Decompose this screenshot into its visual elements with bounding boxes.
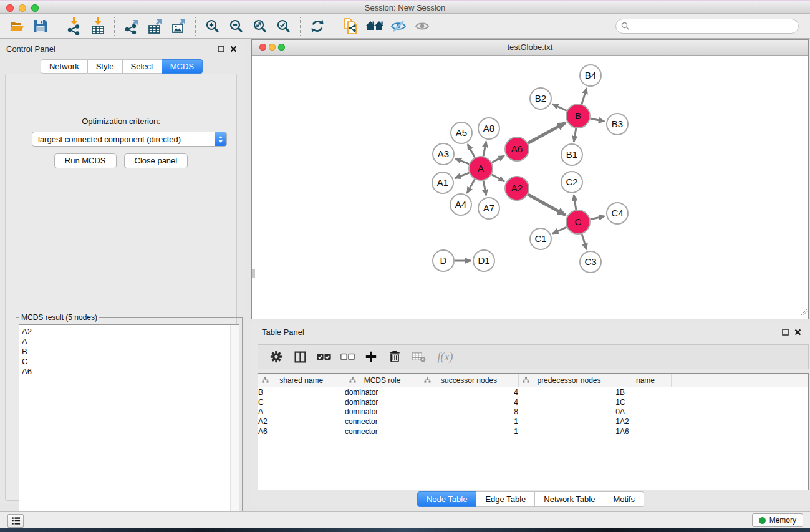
table-cell[interactable]: dominator xyxy=(345,407,420,417)
graph-node[interactable]: A4 xyxy=(450,194,471,215)
export-image-button[interactable] xyxy=(167,16,191,37)
unselect-all-columns-button[interactable] xyxy=(337,347,358,367)
graph-node[interactable]: A8 xyxy=(478,118,499,139)
graph-node[interactable]: A3 xyxy=(433,143,454,165)
table-cell[interactable]: C xyxy=(620,397,671,407)
run-mcds-button[interactable]: Run MCDS xyxy=(54,153,117,168)
show-column-panel-button[interactable] xyxy=(289,347,311,367)
graph-edge[interactable] xyxy=(591,118,605,122)
table-cell[interactable]: A xyxy=(620,407,671,417)
tab-edge-table[interactable]: Edge Table xyxy=(476,491,535,507)
graph-edge[interactable] xyxy=(574,195,576,210)
graph-edge[interactable] xyxy=(455,173,470,178)
graph-node[interactable]: B3 xyxy=(607,114,628,135)
export-network-button[interactable] xyxy=(120,16,143,37)
table-cell[interactable]: 4 xyxy=(420,387,518,397)
network-from-file-button[interactable] xyxy=(339,16,363,37)
tab-network[interactable]: Network xyxy=(41,59,88,74)
mcds-result-item[interactable]: A6 xyxy=(19,367,230,377)
table-row[interactable]: A6connector11A6 xyxy=(258,427,808,437)
graph-node[interactable]: C2 xyxy=(561,172,582,193)
graph-node[interactable]: C xyxy=(566,210,590,234)
import-table-button[interactable] xyxy=(86,16,110,37)
table-cell[interactable]: A6 xyxy=(620,427,671,437)
table-cell[interactable]: 1 xyxy=(518,387,620,397)
graph-node[interactable]: B1 xyxy=(561,144,582,165)
show-details-button[interactable] xyxy=(410,16,434,37)
table-cell[interactable]: 4 xyxy=(420,397,518,407)
import-network-button[interactable] xyxy=(62,16,86,37)
close-panel-button[interactable]: Close panel xyxy=(124,153,188,168)
delete-table-button[interactable] xyxy=(408,347,429,367)
graph-edge[interactable] xyxy=(528,123,566,143)
close-panel-icon[interactable] xyxy=(230,46,237,52)
column-header-name[interactable]: name xyxy=(620,374,671,387)
network-canvas[interactable]: B4B2BB3A8A5A6A3B1AA1C2A2A4A7C4CC1C3DD1 xyxy=(252,56,808,319)
graph-node[interactable]: D1 xyxy=(473,250,494,271)
mcds-result-item[interactable]: A xyxy=(19,337,230,347)
graph-edge[interactable] xyxy=(552,227,567,233)
node-table[interactable]: shared name MCDS role succ xyxy=(258,373,809,490)
tab-mcds[interactable]: MCDS xyxy=(162,59,203,74)
memory-button[interactable]: Memory xyxy=(752,513,803,527)
graph-node[interactable]: B2 xyxy=(530,88,551,109)
home-button[interactable] xyxy=(363,16,387,37)
open-session-button[interactable] xyxy=(5,16,29,37)
graph-edge[interactable] xyxy=(468,144,475,157)
graph-node[interactable]: A1 xyxy=(432,172,453,193)
table-cell[interactable]: connector xyxy=(345,427,420,437)
zoom-in-button[interactable] xyxy=(201,16,224,37)
graph-edge[interactable] xyxy=(492,175,504,181)
table-cell[interactable]: 1 xyxy=(420,427,518,437)
table-cell[interactable]: A xyxy=(258,407,345,417)
graph-edge[interactable] xyxy=(591,216,605,220)
resize-grip-icon[interactable] xyxy=(799,307,808,318)
float-panel-icon[interactable] xyxy=(218,46,224,52)
column-header-shared-name[interactable]: shared name xyxy=(258,374,345,387)
tab-select[interactable]: Select xyxy=(123,59,162,74)
zoom-fit-button[interactable] xyxy=(248,16,272,37)
column-header-mcds-role[interactable]: MCDS role xyxy=(345,374,420,387)
graph-node[interactable]: A6 xyxy=(505,137,529,161)
table-row[interactable]: A2connector11A2 xyxy=(258,417,808,427)
table-cell[interactable]: 1 xyxy=(420,417,518,427)
tab-style[interactable]: Style xyxy=(88,59,123,74)
graph-node[interactable]: A7 xyxy=(478,198,499,219)
graph-edge[interactable] xyxy=(582,88,587,104)
table-cell[interactable]: A2 xyxy=(258,417,345,427)
graph-node[interactable]: C4 xyxy=(607,203,628,224)
search-field[interactable] xyxy=(615,19,799,34)
graph-edge[interactable] xyxy=(528,195,566,215)
save-session-button[interactable] xyxy=(29,16,52,37)
tab-node-table[interactable]: Node Table xyxy=(417,491,477,507)
graph-edge[interactable] xyxy=(483,142,486,157)
zoom-out-button[interactable] xyxy=(224,16,248,37)
function-builder-button[interactable]: f(x) xyxy=(432,347,459,367)
graph-node[interactable]: B4 xyxy=(580,65,601,86)
table-row[interactable]: Adominator80A xyxy=(258,407,808,417)
close-panel-icon[interactable] xyxy=(794,329,801,336)
hide-details-button[interactable] xyxy=(387,16,410,37)
tab-network-table[interactable]: Network Table xyxy=(535,491,604,507)
table-row[interactable]: Cdominator41C xyxy=(258,397,808,407)
export-table-button[interactable] xyxy=(143,16,167,37)
graph-edge[interactable] xyxy=(574,128,576,142)
mcds-result-item[interactable]: B xyxy=(19,347,230,357)
refresh-button[interactable] xyxy=(306,16,329,37)
task-history-button[interactable] xyxy=(7,514,24,528)
graph-edge[interactable] xyxy=(492,156,504,163)
table-cell[interactable]: C xyxy=(258,397,345,407)
graph-node[interactable]: A xyxy=(469,157,493,180)
list-scrollbar[interactable] xyxy=(230,325,239,528)
table-cell[interactable]: 1 xyxy=(518,417,620,427)
column-header-successor-nodes[interactable]: successor nodes xyxy=(420,374,518,387)
table-cell[interactable]: connector xyxy=(345,417,420,427)
search-input[interactable] xyxy=(630,20,798,32)
criterion-dropdown[interactable]: largest connected component (directed) xyxy=(32,132,227,147)
graph-edge[interactable] xyxy=(582,234,587,249)
table-cell[interactable]: dominator xyxy=(345,397,420,407)
table-settings-button[interactable] xyxy=(266,347,287,367)
graph-node[interactable]: C1 xyxy=(530,228,551,249)
mcds-result-item[interactable]: C xyxy=(19,357,230,367)
graph-node[interactable]: A2 xyxy=(505,177,529,200)
